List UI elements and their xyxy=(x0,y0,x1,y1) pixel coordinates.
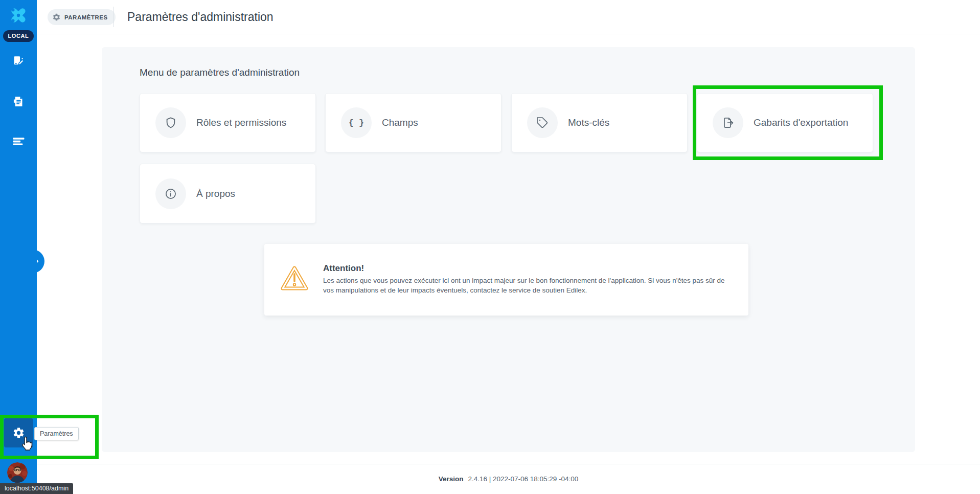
app-logo-icon[interactable] xyxy=(7,4,30,27)
environment-badge: LOCAL xyxy=(3,30,34,42)
card-label: Champs xyxy=(382,117,418,128)
user-avatar[interactable] xyxy=(7,462,28,483)
card-mots-cles[interactable]: Mots-clés xyxy=(511,93,688,152)
status-url: localhost:50408/admin xyxy=(0,483,73,494)
version-value: 2.4.16 | 2022-07-06 18:05:29 -04:00 xyxy=(468,475,578,483)
tag-icon xyxy=(527,107,558,138)
card-label: Mots-clés xyxy=(568,117,609,128)
card-a-propos[interactable]: À propos xyxy=(140,164,316,223)
footer-divider xyxy=(37,464,980,464)
braces-icon: { } xyxy=(341,107,372,138)
card-label: À propos xyxy=(196,188,235,199)
card-champs[interactable]: { } Champs xyxy=(325,93,502,152)
export-document-icon xyxy=(713,107,743,138)
header-divider xyxy=(113,7,114,27)
info-icon xyxy=(155,178,186,209)
warning-panel: Attention! Les actions que vous pouvez e… xyxy=(264,244,748,316)
warning-triangle-icon xyxy=(280,265,309,291)
card-gabarits-exportation[interactable]: Gabarits d'exportation xyxy=(697,93,873,152)
card-label: Gabarits d'exportation xyxy=(754,117,848,128)
sidebar-item-settings[interactable] xyxy=(4,418,33,447)
breadcrumb[interactable]: PARAMÈTRES xyxy=(48,9,116,25)
edit-document-icon xyxy=(12,55,25,68)
braces-glyph: { } xyxy=(349,118,364,128)
breadcrumb-label: PARAMÈTRES xyxy=(64,14,108,20)
sidebar-item-edit-documents[interactable] xyxy=(0,47,37,75)
page-title: Paramètres d'administration xyxy=(127,0,274,34)
gear-icon xyxy=(52,13,61,21)
text-lines-icon xyxy=(12,135,25,148)
version-line: Version2.4.16 | 2022-07-06 18:05:29 -04:… xyxy=(37,475,980,483)
section-heading: Menu de paramètres d'administration xyxy=(140,67,300,78)
gear-icon xyxy=(12,426,25,439)
app-window: LOCAL xyxy=(0,0,980,494)
shield-icon xyxy=(155,107,186,138)
card-label: Rôles et permissions xyxy=(196,117,286,128)
sidebar-item-documents[interactable] xyxy=(0,87,37,116)
warning-title: Attention! xyxy=(323,263,364,274)
warning-body: Les actions que vous pouvez exécuter ici… xyxy=(323,276,732,295)
document-lines-icon xyxy=(12,95,25,108)
card-roles-permissions[interactable]: Rôles et permissions xyxy=(140,93,316,152)
settings-tooltip: Paramètres xyxy=(34,427,79,440)
version-label: Version xyxy=(439,475,464,483)
sidebar-item-lists[interactable] xyxy=(0,127,37,155)
top-header: PARAMÈTRES Paramètres d'administration xyxy=(37,0,980,34)
main-panel: Menu de paramètres d'administration Rôle… xyxy=(102,47,915,452)
avatar-photo xyxy=(7,462,28,483)
